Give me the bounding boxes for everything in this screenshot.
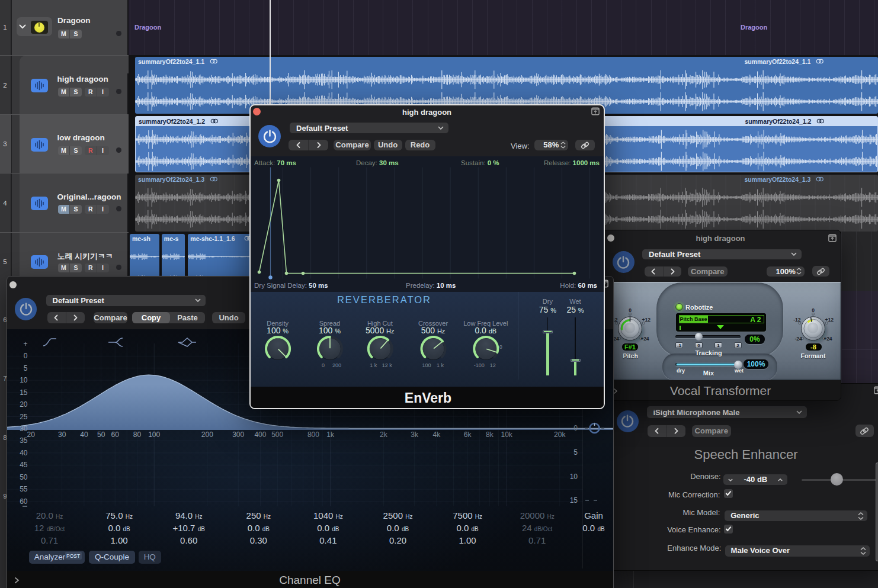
svg-text:50: 50: [20, 473, 28, 481]
svg-text:100: 100: [148, 430, 160, 439]
svg-text:40: 40: [80, 430, 88, 439]
svg-text:15: 15: [569, 496, 578, 505]
svg-text:60: 60: [111, 430, 119, 439]
svg-text:+: +: [23, 340, 27, 348]
svg-text:35: 35: [20, 436, 28, 445]
svg-text:300: 300: [232, 430, 244, 439]
svg-text:10k: 10k: [501, 430, 512, 439]
svg-text:6k: 6k: [463, 430, 472, 439]
svg-text:400: 400: [254, 430, 266, 439]
svg-text:80: 80: [133, 430, 141, 439]
svg-text:60: 60: [20, 497, 28, 506]
svg-text:30: 30: [20, 425, 28, 433]
svg-text:25: 25: [20, 413, 28, 421]
svg-text:40: 40: [20, 449, 28, 457]
svg-text:20: 20: [27, 430, 35, 439]
svg-text:0: 0: [23, 352, 27, 360]
svg-text:20k: 20k: [554, 430, 566, 439]
svg-text:500: 500: [271, 430, 283, 439]
svg-text:55: 55: [20, 485, 28, 493]
svg-text:15: 15: [20, 388, 28, 397]
svg-text:50: 50: [97, 430, 105, 439]
svg-text:3k: 3k: [411, 430, 419, 439]
svg-text:30: 30: [58, 430, 66, 439]
svg-text:45: 45: [20, 461, 28, 469]
svg-text:1k: 1k: [326, 430, 335, 439]
svg-text:4k: 4k: [432, 430, 441, 439]
svg-text:0: 0: [573, 424, 578, 432]
svg-text:10: 10: [569, 473, 578, 481]
svg-text:5: 5: [573, 448, 578, 457]
svg-text:20: 20: [20, 400, 28, 409]
svg-text:5: 5: [23, 364, 27, 372]
svg-text:8k: 8k: [486, 430, 494, 439]
svg-text:800: 800: [307, 430, 319, 439]
svg-text:10: 10: [20, 376, 28, 384]
svg-text:200: 200: [201, 430, 213, 439]
svg-text:2k: 2k: [379, 430, 387, 439]
